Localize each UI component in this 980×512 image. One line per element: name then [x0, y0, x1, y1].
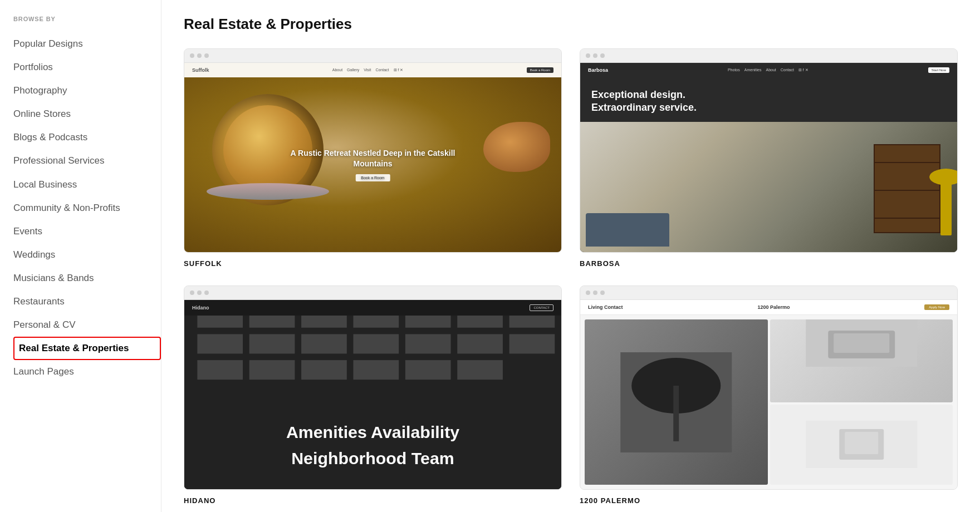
svg-rect-19: [405, 360, 451, 380]
suffolk-bowl-rim: [207, 183, 329, 200]
suffolk-nav-icons: ⊞ f ✕: [394, 68, 404, 72]
suffolk-nav: Suffolk About Gallery Visit Contact ⊞ f …: [184, 63, 561, 77]
sidebar-item-personal-cv[interactable]: Personal & CV: [13, 313, 161, 337]
hidano-hero: Amenities Availability Neighborhood Team: [184, 316, 561, 489]
dot-red: [586, 291, 590, 295]
svg-rect-2: [249, 316, 295, 328]
dot-green: [204, 291, 209, 295]
dot-green: [600, 53, 605, 58]
main-content: Real Estate & Properties Suffolk About G…: [161, 0, 980, 512]
svg-rect-6: [457, 316, 503, 328]
svg-rect-25: [673, 386, 679, 441]
sidebar-item-portfolios[interactable]: Portfolios: [13, 56, 161, 79]
sidebar-item-online-stores[interactable]: Online Stores: [13, 102, 161, 126]
palermo-nav-left: Living Contact: [588, 304, 623, 310]
svg-rect-11: [353, 334, 399, 353]
suffolk-book-btn: Book a Room: [527, 67, 553, 73]
browser-chrome-palermo: [580, 286, 957, 300]
shelf-line-3: [875, 218, 939, 219]
dot-red: [586, 53, 590, 58]
sidebar-item-popular-designs[interactable]: Popular Designs: [13, 32, 161, 56]
browser-chrome-hidano: [184, 286, 561, 300]
palermo-top-svg: [770, 319, 953, 367]
sidebar: BROWSE BY Popular DesignsPortfoliosPhoto…: [0, 0, 161, 512]
svg-rect-14: [509, 334, 555, 353]
barbosa-nav-contact: Contact: [781, 68, 794, 72]
sidebar-item-launch-pages[interactable]: Launch Pages: [13, 360, 161, 383]
template-card-palermo[interactable]: Living Contact 1200 Palermo Apply Now: [580, 285, 958, 505]
barbosa-nav-amenities: Amenities: [744, 68, 762, 72]
barbosa-room-image: [580, 122, 957, 252]
sidebar-item-weddings[interactable]: Weddings: [13, 243, 161, 267]
svg-text:Neighborhood    Team: Neighborhood Team: [291, 449, 454, 467]
hidano-logo: Hidano: [192, 305, 209, 311]
svg-rect-12: [405, 334, 451, 353]
barbosa-nav-photos: Photos: [728, 68, 740, 72]
template-preview-suffolk: Suffolk About Gallery Visit Contact ⊞ f …: [184, 48, 562, 253]
suffolk-nav-links: About Gallery Visit Contact ⊞ f ✕: [332, 68, 404, 72]
hidano-content: Hidano CONTACT: [184, 300, 561, 489]
svg-rect-10: [301, 334, 347, 353]
svg-rect-3: [301, 316, 347, 328]
svg-rect-28: [834, 333, 889, 353]
template-grid: Suffolk About Gallery Visit Contact ⊞ f …: [184, 48, 958, 505]
svg-rect-4: [353, 316, 399, 328]
hidano-building-svg: Amenities Availability Neighborhood Team: [184, 316, 561, 489]
svg-rect-5: [405, 316, 451, 328]
svg-rect-15: [197, 360, 243, 380]
barbosa-nav-links: Photos Amenities About Contact ⊞ f ✕: [728, 68, 808, 72]
palermo-content: Living Contact 1200 Palermo Apply Now: [580, 300, 957, 489]
dot-green: [600, 291, 605, 295]
barbosa-hero: Exceptional design. Extraordinary servic…: [580, 77, 957, 252]
sidebar-item-musicians-bands[interactable]: Musicians & Bands: [13, 267, 161, 290]
page-title: Real Estate & Properties: [184, 16, 958, 33]
dot-yellow: [593, 53, 597, 58]
template-preview-palermo: Living Contact 1200 Palermo Apply Now: [580, 285, 958, 490]
palermo-bot-svg: [770, 421, 953, 468]
suffolk-template-name: SUFFOLK: [184, 259, 562, 268]
barbosa-nav: Barbosa Photos Amenities About Contact ⊞…: [580, 63, 957, 77]
sidebar-item-community-nonprofits[interactable]: Community & Non-Profits: [13, 196, 161, 220]
barbosa-template-name: BARBOSA: [580, 259, 958, 268]
browse-by-label: BROWSE BY: [13, 11, 161, 22]
svg-rect-31: [845, 432, 878, 454]
shelf-line-2: [875, 190, 939, 191]
svg-rect-20: [457, 360, 503, 380]
suffolk-hero: A Rustic Retreat Nestled Deep in the Cat…: [184, 77, 561, 252]
sidebar-item-restaurants[interactable]: Restaurants: [13, 290, 161, 313]
barbosa-line2: Extraordinary service.: [591, 101, 697, 114]
barbosa-headline: Exceptional design. Extraordinary servic…: [591, 88, 697, 115]
sidebar-item-professional-services[interactable]: Professional Services: [13, 149, 161, 173]
sidebar-item-local-business[interactable]: Local Business: [13, 173, 161, 196]
barbosa-nav-icons: ⊞ f ✕: [798, 68, 808, 72]
sidebar-item-real-estate[interactable]: Real Estate & Properties: [13, 337, 161, 360]
svg-rect-1: [197, 316, 243, 328]
svg-rect-17: [301, 360, 347, 380]
svg-rect-16: [249, 360, 295, 380]
hidano-template-name: HIDANO: [184, 496, 562, 505]
sidebar-item-blogs-podcasts[interactable]: Blogs & Podcasts: [13, 126, 161, 149]
svg-rect-13: [457, 334, 503, 353]
sidebar-item-photography[interactable]: Photography: [13, 79, 161, 102]
palermo-nav: Living Contact 1200 Palermo Apply Now: [580, 300, 957, 315]
suffolk-cta: Book a Room: [355, 174, 390, 181]
barbosa-logo: Barbosa: [588, 67, 608, 73]
dot-yellow: [197, 291, 202, 295]
template-card-barbosa[interactable]: Barbosa Photos Amenities About Contact ⊞…: [580, 48, 958, 268]
sidebar-item-events[interactable]: Events: [13, 220, 161, 243]
dot-yellow: [197, 53, 202, 58]
template-card-suffolk[interactable]: Suffolk About Gallery Visit Contact ⊞ f …: [184, 48, 562, 268]
barbosa-lamp: [940, 180, 952, 235]
palermo-cta-btn: Apply Now: [924, 304, 949, 310]
svg-rect-7: [509, 316, 555, 328]
template-card-hidano[interactable]: Hidano CONTACT: [184, 285, 562, 505]
dot-green: [204, 53, 209, 58]
suffolk-nav-visit: Visit: [364, 68, 371, 72]
barbosa-nav-about: About: [766, 68, 776, 72]
shelf-line-1: [875, 162, 939, 163]
template-preview-barbosa: Barbosa Photos Amenities About Contact ⊞…: [580, 48, 958, 253]
barbosa-couch: [586, 213, 669, 247]
suffolk-nav-contact: Contact: [375, 68, 389, 72]
suffolk-nav-gallery: Gallery: [347, 68, 359, 72]
palermo-top-image: [770, 319, 953, 402]
